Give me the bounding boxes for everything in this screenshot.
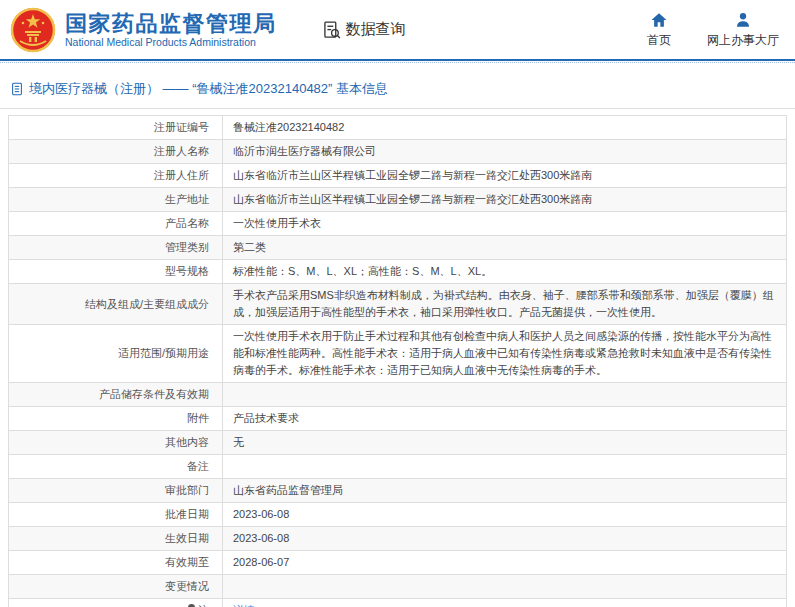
row-value: 详情 bbox=[223, 599, 787, 607]
table-row: 型号规格 标准性能：S、M、L、XL；高性能：S、M、L、XL。 bbox=[9, 260, 787, 284]
row-label: 生产地址 bbox=[9, 188, 223, 212]
row-label-text: 其他内容 bbox=[165, 436, 209, 448]
table-row: 其他内容 无 bbox=[9, 431, 787, 455]
row-value-text: 一次性使用手术衣 bbox=[233, 217, 321, 229]
registration-info-section: 注册证编号 鲁械注准20232140482 注册人名称 临沂市润生医疗器械有限公… bbox=[8, 115, 787, 607]
table-row: 附件 产品技术要求 bbox=[9, 407, 787, 431]
row-value-text: 鲁械注准20232140482 bbox=[233, 121, 344, 133]
row-label-text: 适用范围/预期用途 bbox=[118, 347, 209, 359]
row-value-text: 一次性使用手术衣用于防止手术过程和其他有创检查中病人和医护人员之间感染源的传播，… bbox=[233, 330, 772, 376]
table-row: 结构及组成/主要组成成分 手术衣产品采用SMS非织造布材料制成，为褂式结构。由衣… bbox=[9, 284, 787, 325]
row-label-text: 型号规格 bbox=[165, 265, 209, 277]
row-label-text: 附件 bbox=[187, 412, 209, 424]
row-label: 管理类别 bbox=[9, 236, 223, 260]
document-icon bbox=[10, 82, 24, 96]
table-row: 产品名称 一次性使用手术衣 bbox=[9, 212, 787, 236]
row-value: 临沂市润生医疗器械有限公司 bbox=[223, 140, 787, 164]
table-row: 生效日期 2023-06-08 bbox=[9, 527, 787, 551]
nav-home-label: 首页 bbox=[647, 32, 671, 49]
row-label: 适用范围/预期用途 bbox=[9, 325, 223, 383]
home-icon bbox=[650, 11, 668, 29]
brand-text: 国家药品监督管理局 National Medical Products Admi… bbox=[65, 11, 277, 48]
row-value: 产品技术要求 bbox=[223, 407, 787, 431]
data-query-button[interactable]: 数据查询 bbox=[322, 20, 406, 40]
table-row: 批准日期 2023-06-08 bbox=[9, 503, 787, 527]
org-name-cn: 国家药品监督管理局 bbox=[65, 11, 277, 36]
nav-item-service-hall[interactable]: 网上办事大厅 bbox=[707, 11, 779, 49]
row-label: 有效期至 bbox=[9, 551, 223, 575]
org-name-en: National Medical Products Administration bbox=[65, 36, 277, 48]
row-value: 手术衣产品采用SMS非织造布材料制成，为褂式结构。由衣身、袖子、腰部系带和颈部系… bbox=[223, 284, 787, 325]
info-table-body: 注册证编号 鲁械注准20232140482 注册人名称 临沂市润生医疗器械有限公… bbox=[9, 116, 787, 607]
row-label-text: 生产地址 bbox=[165, 193, 209, 205]
row-value: 标准性能：S、M、L、XL；高性能：S、M、L、XL。 bbox=[223, 260, 787, 284]
row-value-text: 产品技术要求 bbox=[233, 412, 299, 424]
row-value-text: 山东省药品监督管理局 bbox=[233, 484, 343, 496]
site-header: 国家药品监督管理局 National Medical Products Admi… bbox=[0, 0, 795, 61]
row-label: 批准日期 bbox=[9, 503, 223, 527]
row-value: 无 bbox=[223, 431, 787, 455]
row-label-text: 批准日期 bbox=[165, 508, 209, 520]
row-value: 鲁械注准20232140482 bbox=[223, 116, 787, 140]
row-value: 2023-06-08 bbox=[223, 527, 787, 551]
row-label-text: 备注 bbox=[187, 460, 209, 472]
row-label-text: 管理类别 bbox=[165, 241, 209, 253]
row-label-text: 注册证编号 bbox=[154, 121, 209, 133]
breadcrumb: 境内医疗器械（注册） —— “鲁械注准20232140482” 基本信息 bbox=[0, 71, 795, 108]
row-value-text: 2023-06-08 bbox=[233, 532, 289, 544]
table-row: 变更情况 bbox=[9, 575, 787, 599]
row-value: 2023-06-08 bbox=[223, 503, 787, 527]
person-icon bbox=[734, 11, 752, 29]
table-row: 注 详情 bbox=[9, 599, 787, 607]
row-label: 结构及组成/主要组成成分 bbox=[9, 284, 223, 325]
table-row: 备注 bbox=[9, 455, 787, 479]
row-value-text: 第二类 bbox=[233, 241, 266, 253]
nav-item-home[interactable]: 首页 bbox=[647, 11, 671, 49]
row-value-text: 2028-06-07 bbox=[233, 556, 289, 568]
row-label: 审批部门 bbox=[9, 479, 223, 503]
table-row: 注册人名称 临沂市润生医疗器械有限公司 bbox=[9, 140, 787, 164]
document-search-icon bbox=[322, 20, 342, 40]
row-label: 注册人住所 bbox=[9, 164, 223, 188]
table-row: 注册人住所 山东省临沂市兰山区半程镇工业园全锣二路与新程一路交汇处西300米路南 bbox=[9, 164, 787, 188]
breadcrumb-separator bbox=[0, 108, 795, 109]
table-row: 有效期至 2028-06-07 bbox=[9, 551, 787, 575]
row-label-text: 注册人住所 bbox=[154, 169, 209, 181]
table-row: 管理类别 第二类 bbox=[9, 236, 787, 260]
table-row: 生产地址 山东省临沂市兰山区半程镇工业园全锣二路与新程一路交汇处西300米路南 bbox=[9, 188, 787, 212]
row-label-text: 注册人名称 bbox=[154, 145, 209, 157]
nav-service-hall-label: 网上办事大厅 bbox=[707, 32, 779, 49]
row-value: 2028-06-07 bbox=[223, 551, 787, 575]
row-value-text: 山东省临沂市兰山区半程镇工业园全锣二路与新程一路交汇处西300米路南 bbox=[233, 193, 592, 205]
table-row: 审批部门 山东省药品监督管理局 bbox=[9, 479, 787, 503]
row-label: 产品名称 bbox=[9, 212, 223, 236]
row-label: 产品储存条件及有效期 bbox=[9, 383, 223, 407]
page-title: 境内医疗器械（注册） —— “鲁械注准20232140482” 基本信息 bbox=[29, 80, 388, 98]
national-emblem-logo bbox=[10, 7, 56, 53]
row-label-text: 生效日期 bbox=[165, 532, 209, 544]
table-row: 注册证编号 鲁械注准20232140482 bbox=[9, 116, 787, 140]
row-value bbox=[223, 575, 787, 599]
table-row: 产品储存条件及有效期 bbox=[9, 383, 787, 407]
row-value: 第二类 bbox=[223, 236, 787, 260]
row-value-text: 山东省临沂市兰山区半程镇工业园全锣二路与新程一路交汇处西300米路南 bbox=[233, 169, 592, 181]
row-value-text: 标准性能：S、M、L、XL；高性能：S、M、L、XL。 bbox=[233, 265, 492, 277]
row-value-text: 无 bbox=[233, 436, 244, 448]
row-label: 附件 bbox=[9, 407, 223, 431]
row-value bbox=[223, 455, 787, 479]
row-value-text: 2023-06-08 bbox=[233, 508, 289, 520]
row-label: 生效日期 bbox=[9, 527, 223, 551]
dotted-separator bbox=[0, 61, 795, 63]
row-value: 山东省临沂市兰山区半程镇工业园全锣二路与新程一路交汇处西300米路南 bbox=[223, 188, 787, 212]
row-label: 注 bbox=[9, 599, 223, 607]
row-label: 备注 bbox=[9, 455, 223, 479]
row-label: 变更情况 bbox=[9, 575, 223, 599]
row-label-text: 有效期至 bbox=[165, 556, 209, 568]
row-label: 注册人名称 bbox=[9, 140, 223, 164]
row-value-text: 手术衣产品采用SMS非织造布材料制成，为褂式结构。由衣身、袖子、腰部系带和颈部系… bbox=[233, 289, 774, 318]
table-row: 适用范围/预期用途 一次性使用手术衣用于防止手术过程和其他有创检查中病人和医护人… bbox=[9, 325, 787, 383]
row-label: 型号规格 bbox=[9, 260, 223, 284]
row-label-text: 产品储存条件及有效期 bbox=[99, 388, 209, 400]
row-value: 一次性使用手术衣用于防止手术过程和其他有创检查中病人和医护人员之间感染源的传播，… bbox=[223, 325, 787, 383]
info-table: 注册证编号 鲁械注准20232140482 注册人名称 临沂市润生医疗器械有限公… bbox=[8, 115, 787, 607]
